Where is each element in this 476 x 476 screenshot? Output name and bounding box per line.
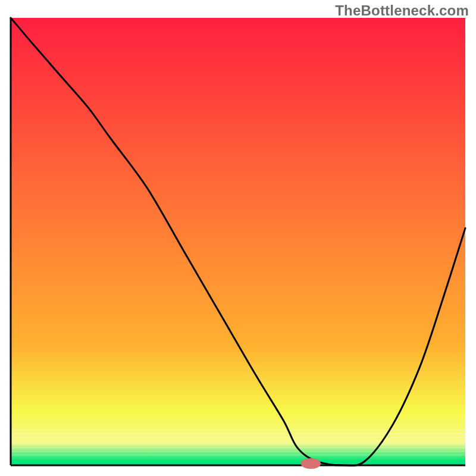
svg-rect-0 — [11, 18, 465, 345]
watermark-text: TheBottleneck.com — [335, 2, 469, 19]
svg-rect-3 — [11, 443, 465, 461]
svg-rect-11 — [11, 451, 465, 452]
svg-rect-7 — [11, 437, 465, 437]
background-gradient — [11, 18, 465, 466]
svg-rect-9 — [11, 444, 465, 444]
svg-rect-5 — [11, 430, 465, 430]
svg-rect-8 — [11, 440, 465, 441]
svg-rect-6 — [11, 433, 465, 434]
chart-canvas: TheBottleneck.com — [0, 0, 476, 476]
svg-rect-1 — [11, 345, 465, 412]
svg-rect-12 — [11, 455, 465, 455]
optimal-marker — [300, 458, 321, 469]
svg-rect-10 — [11, 447, 465, 448]
bottleneck-chart — [0, 0, 476, 476]
